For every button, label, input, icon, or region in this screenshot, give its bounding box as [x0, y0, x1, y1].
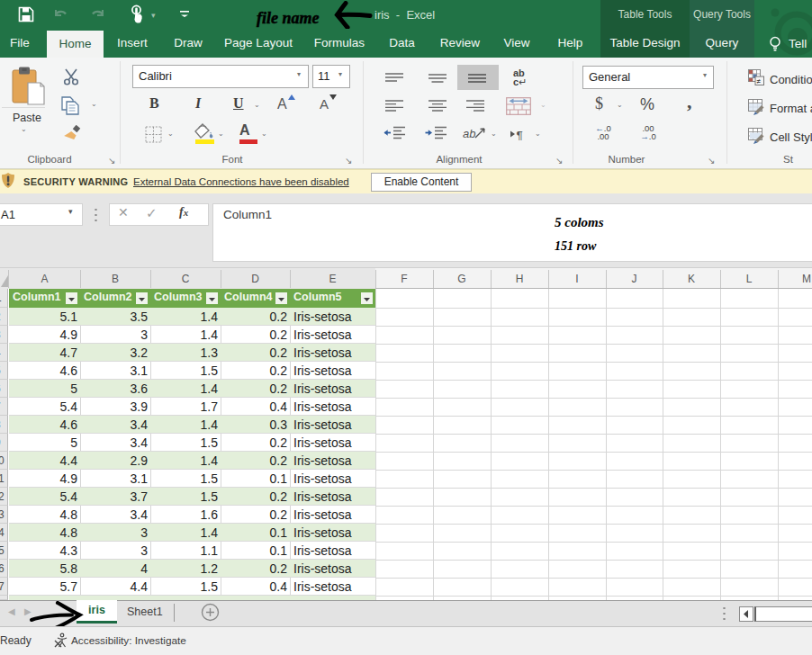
- svg-text:≠: ≠: [757, 77, 762, 85]
- svg-text:¶: ¶: [517, 129, 523, 141]
- svg-text:ab: ab: [463, 127, 475, 140]
